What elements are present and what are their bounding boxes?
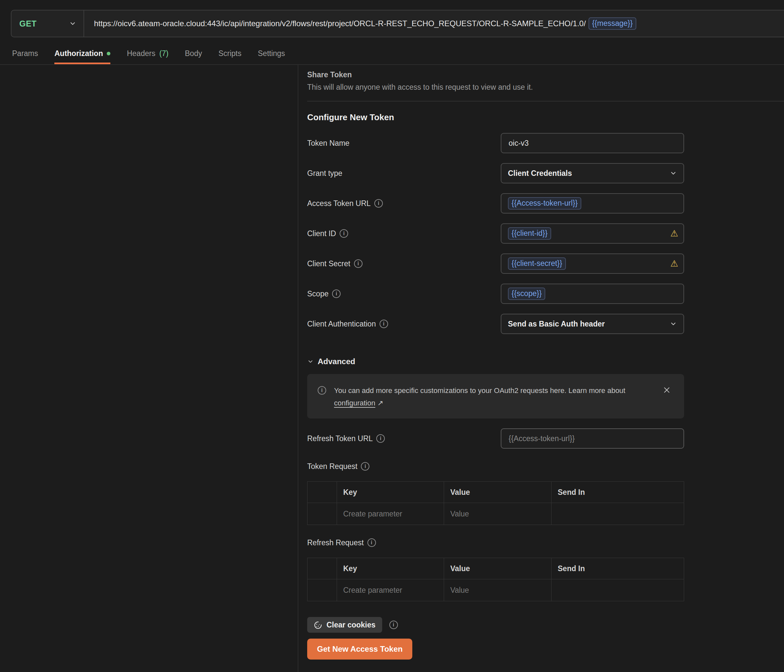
oauth2-info-banner: i You can add more specific customizatio… [307,374,684,418]
client-id-label: Client ID i [307,229,501,238]
access-token-url-variable-chip[interactable]: {{Access-token-url}} [508,197,581,210]
external-link-icon: ↗ [377,399,383,407]
client-secret-input[interactable]: {{client-secret}} [501,254,684,274]
row-handle-cell [308,579,337,601]
send-in-column-header: Send In [551,558,684,579]
share-token-title: Share Token [307,69,684,80]
info-icon[interactable]: i [354,259,362,268]
table-header-row: Key Value Send In [308,558,684,579]
scope-label: Scope i [307,289,501,298]
get-new-access-token-button[interactable]: Get New Access Token [307,639,412,660]
key-column-header: Key [337,558,444,579]
auth-config-pane: Share Token This will allow anyone with … [299,65,784,672]
url-variable-chip[interactable]: {{message}} [588,17,636,30]
tab-authorization[interactable]: Authorization [54,49,110,64]
send-in-cell[interactable] [551,503,684,525]
scope-input[interactable]: {{scope}} [501,284,684,304]
client-secret-row: Client Secret i {{client-secret}} ⚠ [307,254,684,274]
access-token-url-label: Access Token URL i [307,199,501,208]
value-cell[interactable]: Value [444,579,551,601]
access-token-url-row: Access Token URL i {{Access-token-url}} [307,193,684,213]
warning-icon: ⚠ [670,229,678,238]
access-token-url-input[interactable]: {{Access-token-url}} [501,193,684,213]
row-handle-cell [308,503,337,525]
configure-new-token-title: Configure New Token [307,111,684,123]
tab-body[interactable]: Body [185,49,202,64]
info-icon[interactable]: i [340,229,348,238]
key-cell[interactable]: Create parameter [337,503,444,525]
client-authentication-row: Client Authentication i Send as Basic Au… [307,314,684,334]
scope-variable-chip[interactable]: {{scope}} [508,288,545,300]
advanced-section-toggle[interactable]: Advanced [307,357,684,366]
value-cell[interactable]: Value [444,503,551,525]
banner-text: You can add more specific customizations… [334,384,639,409]
info-icon[interactable]: i [332,289,341,298]
tab-params[interactable]: Params [12,49,38,64]
row-handle-column [308,558,337,579]
tab-settings[interactable]: Settings [258,49,285,64]
client-secret-variable-chip[interactable]: {{client-secret}} [508,257,566,270]
token-request-label: Token Request i [307,461,684,471]
token-name-label: Token Name [307,139,501,148]
info-icon[interactable]: i [389,621,398,629]
info-icon[interactable]: i [361,462,369,471]
info-icon[interactable]: i [367,538,376,547]
headers-count-badge: (7) [159,49,168,58]
token-name-input[interactable] [501,133,684,153]
warning-icon: ⚠ [670,259,678,268]
table-row: Create parameter Value [308,579,684,601]
auth-active-dot [107,52,110,55]
token-request-table: Key Value Send In Create parameter Value [307,481,684,525]
configuration-link[interactable]: configuration [334,399,375,407]
send-in-cell[interactable] [551,579,684,601]
info-icon[interactable]: i [374,199,383,208]
refresh-token-url-label: Refresh Token URL i [307,434,501,443]
row-handle-column [308,482,337,503]
request-tabbar: Params Authorization Headers (7) Body Sc… [0,37,784,65]
tab-scripts[interactable]: Scripts [218,49,241,64]
refresh-request-table: Key Value Send In Create parameter Value [307,558,684,601]
chevron-down-icon [670,320,677,327]
info-icon[interactable]: i [380,320,388,328]
url-plain-text: https://oicv6.ateam-oracle.cloud:443/ic/… [94,19,586,28]
clear-cookies-button[interactable]: Clear cookies [307,617,382,633]
client-id-variable-chip[interactable]: {{client-id}} [508,227,551,240]
client-authentication-label: Client Authentication i [307,320,501,328]
client-id-input[interactable]: {{client-id}} [501,223,684,244]
info-icon[interactable]: i [376,434,385,443]
refresh-request-label: Refresh Request i [307,537,684,548]
table-header-row: Key Value Send In [308,482,684,503]
method-label: GET [19,19,69,28]
auth-type-pane [0,65,298,672]
client-id-row: Client ID i {{client-id}} ⚠ [307,223,684,244]
grant-type-select[interactable]: Client Credentials [501,163,684,184]
refresh-token-url-input[interactable] [501,428,684,449]
close-icon[interactable] [663,386,671,394]
method-selector[interactable]: GET [11,11,84,37]
info-icon: i [318,386,326,395]
chevron-down-icon [69,20,76,27]
token-name-row: Token Name [307,133,684,153]
refresh-token-url-row: Refresh Token URL i [307,428,684,449]
chevron-down-icon [670,170,677,177]
scope-row: Scope i {{scope}} [307,284,684,304]
url-bar: GET https://oicv6.ateam-oracle.cloud:443… [11,10,784,37]
grant-type-row: Grant type Client Credentials [307,163,684,184]
url-input[interactable]: https://oicv6.ateam-oracle.cloud:443/ic/… [84,11,784,37]
key-cell[interactable]: Create parameter [337,579,444,601]
cookie-icon [314,621,323,629]
section-divider [307,101,784,101]
client-authentication-select[interactable]: Send as Basic Auth header [501,314,684,334]
value-column-header: Value [444,558,551,579]
grant-type-label: Grant type [307,169,501,178]
share-token-description: This will allow anyone with access to th… [307,82,684,92]
client-secret-label: Client Secret i [307,259,501,268]
tab-headers[interactable]: Headers (7) [127,49,168,64]
value-column-header: Value [444,482,551,503]
send-in-column-header: Send In [551,482,684,503]
table-row: Create parameter Value [308,503,684,525]
key-column-header: Key [337,482,444,503]
chevron-down-icon [307,358,314,365]
